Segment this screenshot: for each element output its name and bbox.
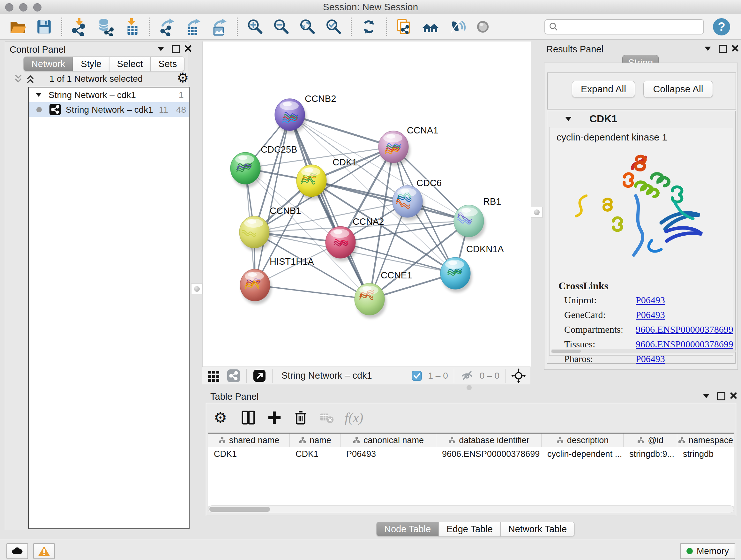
collection-label: String Network – cdk1 xyxy=(49,90,136,100)
search-field xyxy=(544,19,704,35)
table-cell: stringdb:9... xyxy=(623,447,677,461)
table-panel-close-icon[interactable] xyxy=(729,391,738,400)
open-session-button[interactable] xyxy=(9,18,27,36)
hidden-eye-icon[interactable] xyxy=(460,369,474,383)
share-network-icon[interactable] xyxy=(226,369,241,383)
network-node-CDC6[interactable] xyxy=(393,186,424,221)
tab-node-table[interactable]: Node Table xyxy=(376,522,439,537)
string-hide-glasses-icon[interactable] xyxy=(448,18,466,36)
column-header-id[interactable]: @id xyxy=(623,434,677,447)
tab-network[interactable]: Network xyxy=(23,57,73,71)
results-panel-float-icon[interactable] xyxy=(719,45,727,53)
table-row[interactable]: CDK1CDK1P064939606.ENSP00000378699cyclin… xyxy=(208,447,734,461)
column-header-description[interactable]: description xyxy=(542,434,623,447)
show-columns-icon[interactable] xyxy=(240,409,257,426)
control-panel-float-icon[interactable] xyxy=(172,45,180,53)
delete-table-icon[interactable] xyxy=(319,409,335,426)
column-header-database-identifier[interactable]: database identifier xyxy=(436,434,542,447)
network-node-CCNA1[interactable] xyxy=(379,131,410,166)
gene-expander-icon[interactable] xyxy=(565,117,571,121)
gene-section-header[interactable]: CDK1 xyxy=(547,111,735,126)
crosslink-link[interactable]: P06493 xyxy=(636,295,665,306)
open-in-window-icon[interactable] xyxy=(253,369,266,383)
control-panel-menu-icon[interactable] xyxy=(158,47,164,51)
import-network-file-button[interactable] xyxy=(71,18,88,36)
string-import-button[interactable] xyxy=(395,18,413,36)
import-network-database-button[interactable] xyxy=(97,18,115,36)
fit-selected-crosshair-icon[interactable] xyxy=(511,368,526,383)
node-label-CCNA1: CCNA1 xyxy=(407,125,438,135)
selected-checkbox[interactable] xyxy=(411,370,422,381)
network-node-CCNA2[interactable] xyxy=(326,226,357,261)
network-node-CCNE1[interactable] xyxy=(354,283,386,318)
table-cell: stringdb xyxy=(677,447,734,461)
save-session-button[interactable] xyxy=(35,18,53,36)
panel-divider-handle[interactable] xyxy=(531,207,542,218)
table-settings-gear-icon[interactable]: ⚙ xyxy=(214,409,230,426)
function-builder-icon[interactable]: f(x) xyxy=(345,410,363,425)
table-hscrollbar-thumb[interactable] xyxy=(209,507,270,512)
control-panel-close-icon[interactable] xyxy=(184,44,192,53)
crosslink-link[interactable]: P06493 xyxy=(636,354,665,364)
export-table-button[interactable] xyxy=(185,18,202,36)
add-column-icon[interactable] xyxy=(266,409,283,426)
table-header-row: shared namenamecanonical namedatabase id… xyxy=(208,434,734,448)
cloud-button[interactable] xyxy=(6,543,28,559)
search-icon xyxy=(549,22,558,32)
collapse-all-button[interactable]: Collapse All xyxy=(643,81,713,98)
help-button[interactable]: ? xyxy=(713,18,730,36)
network-node-CCNB2[interactable] xyxy=(275,99,307,134)
search-input[interactable] xyxy=(544,19,704,35)
tab-network-table[interactable]: Network Table xyxy=(500,522,575,537)
warnings-button[interactable] xyxy=(33,543,55,559)
control-panel-tabs: NetworkStyleSelectSets xyxy=(23,57,185,71)
crosslink-link[interactable]: 9606.ENSP00000378699 xyxy=(636,339,733,350)
collection-expander-icon[interactable] xyxy=(36,93,42,97)
memory-button[interactable]: Memory xyxy=(680,543,735,559)
gray-eye-icon[interactable] xyxy=(474,18,492,36)
titlebar: Session: New Session xyxy=(0,0,741,14)
results-panel-close-icon[interactable] xyxy=(731,44,739,52)
zoom-out-button[interactable] xyxy=(272,18,290,36)
collapse-all-icon[interactable] xyxy=(13,74,25,84)
zoom-in-button[interactable] xyxy=(246,18,264,36)
column-header-shared-name[interactable]: shared name xyxy=(208,434,290,447)
network-node-HIST1H1A[interactable] xyxy=(240,269,272,304)
import-table-file-button[interactable] xyxy=(123,18,141,36)
column-tree-icon xyxy=(556,436,564,444)
table-panel-float-icon[interactable] xyxy=(717,392,725,400)
panel-divider-handle[interactable] xyxy=(191,284,203,294)
tab-style[interactable]: Style xyxy=(73,57,109,71)
results-panel-menu-icon[interactable] xyxy=(704,47,711,51)
expand-all-icon[interactable] xyxy=(25,74,38,84)
table-panel-menu-icon[interactable] xyxy=(703,394,710,398)
network-options-gear-icon[interactable]: ⚙ xyxy=(177,71,189,84)
tab-select[interactable]: Select xyxy=(109,57,151,71)
column-header-name[interactable]: name xyxy=(290,434,340,447)
node-label-CDK1: CDK1 xyxy=(333,157,357,167)
tab-edge-table[interactable]: Edge Table xyxy=(439,522,501,537)
refresh-button[interactable] xyxy=(360,18,378,36)
grid-view-icon[interactable] xyxy=(207,369,221,383)
crosslink-link[interactable]: P06493 xyxy=(636,309,665,320)
zoom-selected-button[interactable] xyxy=(325,18,342,36)
string-home-icon[interactable] xyxy=(421,18,440,36)
crosslink-link[interactable]: 9606.ENSP00000378699 xyxy=(636,324,733,335)
delete-column-icon[interactable] xyxy=(292,409,309,426)
results-scrollbar-thumb[interactable] xyxy=(551,350,581,353)
network-node-CDC25B[interactable] xyxy=(230,152,262,187)
network-node-RB1[interactable] xyxy=(454,205,485,240)
network-node-CDK1[interactable] xyxy=(296,165,328,200)
expand-all-button[interactable]: Expand All xyxy=(572,81,635,98)
export-network-button[interactable] xyxy=(158,18,176,36)
tab-sets[interactable]: Sets xyxy=(150,57,185,71)
zoom-fit-button[interactable] xyxy=(298,18,316,36)
network-canvas[interactable]: CCNB2CCNA1CDC25BCDK1CDC6RB1CCNB1CCNA2CDK… xyxy=(202,42,531,367)
export-image-button[interactable] xyxy=(211,18,228,36)
crosslink-row: Uniprot:P06493 xyxy=(564,295,730,309)
column-header-namespace[interactable]: namespace xyxy=(677,434,734,447)
network-node-CDKN1A[interactable] xyxy=(441,257,472,293)
column-header-canonical-name[interactable]: canonical name xyxy=(340,434,436,447)
network-row[interactable]: String Network – cdk1 11 48 xyxy=(29,102,189,117)
network-collection-row[interactable]: String Network – cdk1 1 xyxy=(29,87,189,102)
